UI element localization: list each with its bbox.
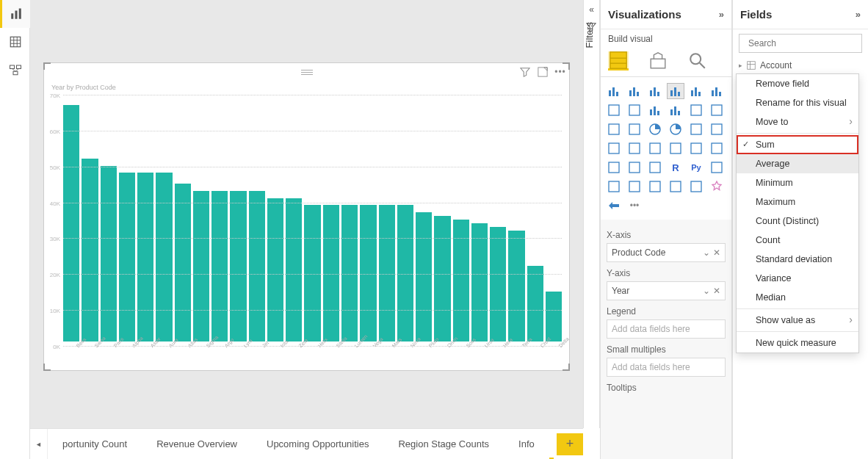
- viz-type-multi[interactable]: [687, 140, 705, 156]
- bar-Terra[interactable]: Terra: [508, 95, 524, 347]
- viz-type-kpi[interactable]: [708, 140, 726, 156]
- menu-sum[interactable]: Sum: [737, 135, 858, 154]
- bar-Argo[interactable]: Argo: [211, 95, 228, 347]
- page-tab[interactable]: Region Stage Counts: [383, 429, 504, 460]
- filter-icon[interactable]: [519, 66, 531, 78]
- page-tab[interactable]: Revenue Overview: [142, 429, 252, 460]
- page-tab[interactable]: Info: [504, 429, 549, 460]
- viz-type-pie[interactable]: [646, 121, 664, 137]
- table-account[interactable]: ▸ Account: [733, 57, 868, 73]
- report-view-button[interactable]: [0, 0, 30, 28]
- viz-type-table[interactable]: [626, 159, 643, 176]
- bar-Mars[interactable]: Mars: [379, 95, 395, 347]
- viz-type-map[interactable]: [708, 121, 726, 137]
- viz-type-waterfall[interactable]: [708, 102, 726, 118]
- bar-Aura[interactable]: Aura: [156, 95, 172, 347]
- bar-Zeta[interactable]: Zeta: [286, 95, 302, 347]
- more-options-icon[interactable]: •••: [554, 66, 566, 78]
- bar-Alpha[interactable]: Alpha: [119, 95, 135, 347]
- viz-type-slicer[interactable]: [605, 159, 623, 176]
- add-page-button[interactable]: +: [557, 433, 583, 455]
- chevron-down-icon[interactable]: ⌄: [703, 286, 710, 296]
- build-format-tab[interactable]: [648, 51, 668, 71]
- viz-type-fillmap[interactable]: [605, 140, 623, 156]
- collapse-viz-icon[interactable]: »: [719, 9, 724, 20]
- viz-type-card[interactable]: [667, 140, 684, 156]
- viz-type-pag[interactable]: [667, 178, 684, 195]
- bar-Stella[interactable]: Stella: [323, 95, 339, 347]
- menu-move-to[interactable]: Move to: [737, 112, 858, 131]
- menu-new-quick-measure[interactable]: New quick measure: [737, 333, 858, 353]
- bar-Lyra[interactable]: Lyra: [230, 95, 246, 347]
- menu-average[interactable]: Average: [737, 154, 858, 173]
- viz-type-linecol[interactable]: [667, 102, 684, 118]
- viz-type-keyinf[interactable]: [708, 159, 726, 176]
- bar-Orion[interactable]: Orion: [434, 95, 450, 347]
- menu-maximum[interactable]: Maximum: [737, 192, 858, 212]
- yaxis-well[interactable]: Year ⌄✕: [607, 281, 726, 300]
- viz-type-dots[interactable]: •••: [626, 198, 643, 214]
- collapse-fields-icon[interactable]: »: [856, 9, 861, 20]
- data-view-button[interactable]: [0, 28, 30, 56]
- bar-Atlas[interactable]: Atlas: [175, 95, 191, 347]
- viz-type-col100[interactable]: [708, 83, 726, 99]
- menu-rename[interactable]: Rename for this visual: [737, 93, 858, 112]
- bar-Sigma[interactable]: Sigma: [193, 95, 209, 347]
- bar-Hera[interactable]: Hera: [490, 95, 506, 347]
- menu-stddev[interactable]: Standard deviation: [737, 250, 858, 269]
- fields-search-input[interactable]: [748, 38, 858, 48]
- xaxis-well[interactable]: Product Code ⌄✕: [607, 243, 726, 262]
- chevron-down-icon[interactable]: ⌄: [703, 247, 710, 258]
- legend-well[interactable]: Add data fields here: [607, 319, 726, 339]
- filters-pane-collapsed[interactable]: « Filters: [583, 0, 600, 428]
- viz-type-qa[interactable]: [626, 178, 643, 195]
- viz-type-col[interactable]: [667, 83, 684, 99]
- viz-type-barh[interactable]: [626, 83, 643, 99]
- bar-Siena[interactable]: Siena: [82, 95, 98, 347]
- viz-type-narr[interactable]: [646, 178, 664, 195]
- viz-type-stackh[interactable]: [605, 83, 623, 99]
- bar-Jet[interactable]: Jet: [249, 95, 265, 347]
- viz-type-r[interactable]: R: [667, 159, 684, 176]
- bar-Pluto[interactable]: Pluto: [416, 95, 432, 347]
- model-view-button[interactable]: [0, 56, 30, 84]
- bar-Solis[interactable]: Solis: [453, 95, 469, 347]
- report-canvas[interactable]: ••• Year by Product Code 0K10K20K30K40K5…: [30, 0, 583, 428]
- bar-Vega[interactable]: Vega: [360, 95, 376, 347]
- remove-field-icon[interactable]: ✕: [713, 247, 720, 258]
- small-multiples-well[interactable]: Add data fields here: [607, 358, 726, 377]
- menu-remove-field[interactable]: Remove field: [737, 74, 858, 93]
- viz-type-line[interactable]: [605, 102, 623, 118]
- build-fields-tab[interactable]: [608, 51, 629, 71]
- menu-median[interactable]: Median: [737, 288, 858, 307]
- viz-type-decomp[interactable]: [605, 178, 623, 195]
- viz-type-area[interactable]: [626, 102, 643, 118]
- bar-Bella[interactable]: Bella: [63, 95, 79, 347]
- menu-show-value-as[interactable]: Show value as: [737, 311, 858, 330]
- viz-type-scatter[interactable]: [626, 121, 643, 137]
- viz-type-ribbon[interactable]: [687, 102, 705, 118]
- viz-type-stackc[interactable]: [687, 83, 705, 99]
- bar-Paris[interactable]: Paris: [101, 95, 117, 347]
- viz-type-bar100h[interactable]: [646, 83, 664, 99]
- visual-container[interactable]: ••• Year by Product Code 0K10K20K30K40K5…: [43, 62, 570, 371]
- viz-type-py[interactable]: Py: [687, 159, 705, 176]
- menu-minimum[interactable]: Minimum: [737, 173, 858, 192]
- fields-search[interactable]: [739, 34, 862, 53]
- bar-Ursa[interactable]: Ursa: [471, 95, 488, 347]
- viz-type-score[interactable]: [687, 178, 705, 195]
- page-tab[interactable]: portunity Count: [48, 429, 142, 460]
- menu-variance[interactable]: Variance: [737, 269, 858, 288]
- page-tab[interactable]: Upcoming Opportunities: [252, 429, 383, 460]
- viz-type-areastk[interactable]: [646, 102, 664, 118]
- viz-type-more[interactable]: [605, 198, 623, 214]
- viz-type-donut[interactable]: [667, 121, 684, 137]
- drag-handle-icon[interactable]: [299, 70, 315, 75]
- viz-type-gauge[interactable]: [646, 140, 664, 156]
- bar-Lumen[interactable]: Lumen: [341, 95, 358, 347]
- bar-Aster[interactable]: Aster: [137, 95, 153, 347]
- viz-type-matrix[interactable]: [646, 159, 664, 176]
- bar-Nova[interactable]: Nova: [397, 95, 413, 347]
- viz-type-funnel[interactable]: [605, 121, 623, 137]
- menu-count[interactable]: Count: [737, 231, 858, 250]
